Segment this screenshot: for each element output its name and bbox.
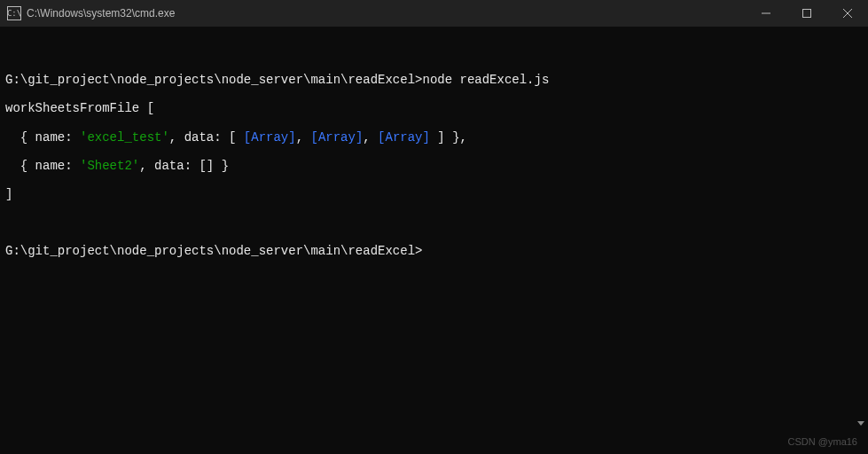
scroll-down-icon[interactable] bbox=[857, 421, 864, 426]
prompt-line-1: G:\git_project\node_projects\node_server… bbox=[5, 73, 863, 87]
prompt-line-2: G:\git_project\node_projects\node_server… bbox=[5, 244, 863, 258]
row1-mid: , data: [ bbox=[169, 130, 244, 145]
svg-rect-1 bbox=[803, 10, 811, 18]
blank-line bbox=[5, 44, 863, 59]
minimize-icon bbox=[762, 9, 770, 18]
close-icon bbox=[843, 9, 852, 18]
window-controls bbox=[746, 0, 868, 27]
minimize-button[interactable] bbox=[746, 0, 786, 27]
row1-prefix: { name: bbox=[5, 130, 80, 145]
blank-line bbox=[5, 215, 863, 230]
cmd-icon: C:\ bbox=[7, 6, 21, 20]
row1-sep2: , bbox=[363, 130, 378, 145]
window-titlebar: C:\ C:\Windows\system32\cmd.exe bbox=[0, 0, 868, 27]
watermark: CSDN @yma16 bbox=[788, 436, 857, 447]
output-row-2: { name: 'Sheet2', data: [] } bbox=[5, 159, 863, 173]
row2-prefix: { name: bbox=[5, 159, 80, 173]
prompt-path: G:\git_project\node_projects\node_server… bbox=[5, 244, 422, 258]
row1-array1: [Array] bbox=[244, 130, 296, 145]
output-open: workSheetsFromFile [ bbox=[5, 101, 863, 115]
output-row-1: { name: 'excel_test', data: [ [Array], [… bbox=[5, 130, 863, 145]
cmd-icon-glyph: C:\ bbox=[7, 9, 21, 18]
row1-array3: [Array] bbox=[378, 130, 430, 145]
maximize-icon bbox=[802, 9, 811, 18]
row2-name: 'Sheet2' bbox=[80, 159, 139, 173]
window-title: C:\Windows\system32\cmd.exe bbox=[27, 7, 746, 20]
row1-suffix: ] }, bbox=[430, 130, 467, 145]
row2-suffix: , data: [] } bbox=[139, 159, 229, 173]
cursor bbox=[422, 246, 428, 258]
output-close: ] bbox=[5, 187, 863, 201]
row1-array2: [Array] bbox=[310, 130, 363, 145]
command-text: node readExcel.js bbox=[422, 73, 549, 87]
row1-name: 'excel_test' bbox=[80, 130, 169, 145]
row1-sep1: , bbox=[296, 130, 311, 145]
terminal-output[interactable]: G:\git_project\node_projects\node_server… bbox=[0, 27, 868, 277]
maximize-button[interactable] bbox=[786, 0, 827, 27]
prompt-path: G:\git_project\node_projects\node_server… bbox=[5, 73, 422, 87]
close-button[interactable] bbox=[827, 0, 868, 27]
